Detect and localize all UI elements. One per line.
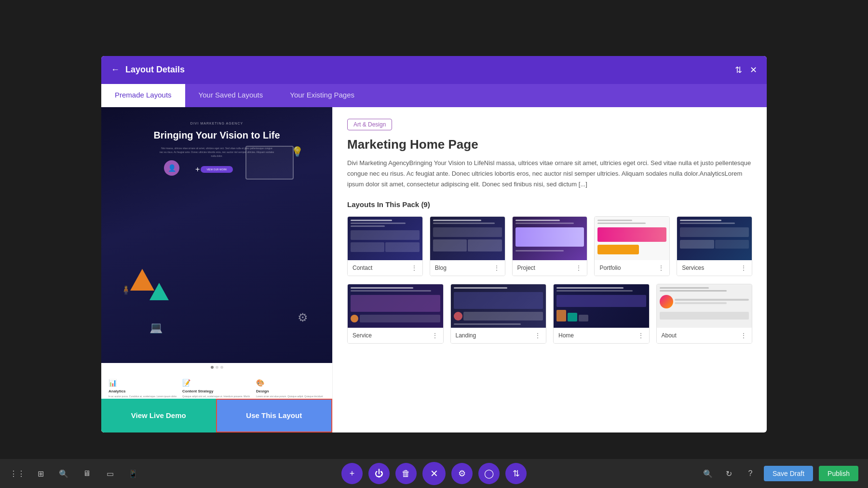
content-icon: 📝 (182, 379, 251, 387)
design-icon: 🎨 (256, 379, 325, 387)
tab-saved[interactable]: Your Saved Layouts (185, 84, 277, 107)
toolbar-refresh-icon[interactable]: ↻ (721, 466, 737, 481)
card-footer-project: Project ⋮ (513, 260, 587, 276)
deco-laptop: 💻 (149, 321, 163, 334)
pack-label: Layouts In This Pack (9) (347, 200, 752, 209)
hero-desc: Nisi massa, ultrices vitae ornare sit am… (159, 146, 275, 158)
card-menu-blog[interactable]: ⋮ (493, 264, 500, 272)
card-footer-landing: Landing ⋮ (451, 328, 546, 343)
preview-features: 📊 Analytics In ac auctor purus. Curabitu… (101, 372, 332, 399)
design-title: Design (256, 389, 325, 393)
analytics-desc: In ac auctor purus. Curabitur at, sceler… (108, 395, 177, 399)
toolbar-dots-icon[interactable]: ⋮⋮ (10, 466, 25, 481)
preview-hero-content: DIVI MARKETING AGENCY Bringing Your Visi… (101, 107, 332, 188)
modal-body: DIVI MARKETING AGENCY Bringing Your Visi… (101, 107, 767, 432)
right-panel: Art & Design Marketing Home Page Divi Ma… (333, 107, 767, 432)
feature-content: 📝 Content Strategy Quisque adipit sint v… (182, 379, 251, 399)
card-name-about: About (662, 332, 677, 339)
save-draft-button[interactable]: Save Draft (764, 466, 813, 481)
card-menu-contact[interactable]: ⋮ (411, 264, 418, 272)
card-name-home: Home (558, 332, 574, 339)
card-thumb-home (554, 284, 649, 328)
carousel-dots (101, 363, 332, 372)
card-thumb-portfolio (595, 217, 669, 260)
toolbar-search-icon[interactable]: 🔍 (56, 466, 71, 481)
layout-card-service[interactable]: Service ⋮ (347, 284, 444, 344)
card-menu-about[interactable]: ⋮ (740, 332, 747, 339)
layout-card-project[interactable]: Project ⋮ (512, 216, 588, 276)
toolbar-desktop-icon[interactable]: 🖥 (79, 466, 95, 481)
left-panel: DIVI MARKETING AGENCY Bringing Your Visi… (101, 107, 333, 432)
card-name-contact: Contact (353, 265, 372, 271)
carousel-dot-3[interactable] (220, 366, 223, 369)
toolbar-tablet-icon[interactable]: ▭ (102, 466, 118, 481)
card-thumb-service (348, 284, 443, 328)
card-name-project: Project (517, 265, 535, 271)
layout-card-portfolio[interactable]: Portfolio ⋮ (594, 216, 670, 276)
tab-existing[interactable]: Your Existing Pages (276, 84, 368, 107)
publish-button[interactable]: Publish (819, 466, 858, 481)
category-badge: Art & Design (347, 119, 392, 130)
toolbar-add-button[interactable]: + (341, 463, 363, 484)
card-footer-about: About ⋮ (657, 328, 752, 343)
toolbar-mobile-icon[interactable]: 📱 (125, 466, 141, 481)
card-footer-blog: Blog ⋮ (430, 260, 505, 276)
card-footer-home: Home ⋮ (554, 328, 649, 343)
view-live-demo-button[interactable]: View Live Demo (101, 399, 216, 432)
toolbar-left: ⋮⋮ ⊞ 🔍 🖥 ▭ 📱 (10, 466, 141, 481)
content-title: Content Strategy (182, 389, 251, 393)
carousel-dot-1[interactable] (211, 366, 214, 369)
card-thumb-landing (451, 284, 546, 328)
card-name-portfolio: Portfolio (599, 265, 621, 271)
layout-card-about[interactable]: About ⋮ (656, 284, 753, 344)
card-footer-service: Service ⋮ (348, 328, 443, 343)
modal-tabs: Premade Layouts Your Saved Layouts Your … (101, 84, 767, 107)
card-thumb-contact (348, 217, 422, 260)
card-thumb-project (513, 217, 587, 260)
layout-card-landing[interactable]: Landing ⋮ (450, 284, 547, 344)
back-button[interactable]: ← (111, 65, 120, 75)
design-desc: Lorem orner sist alue porum. Quisque adi… (256, 395, 325, 399)
layout-card-services[interactable]: Services ⋮ (677, 216, 752, 276)
preview-area: DIVI MARKETING AGENCY Bringing Your Visi… (101, 107, 332, 399)
deco-gear: ⚙ (298, 311, 308, 324)
layout-desc: Divi Marketing AgencyBringing Your Visio… (347, 158, 752, 190)
layout-card-contact[interactable]: Contact ⋮ (347, 216, 423, 276)
card-thumb-services (677, 217, 752, 260)
card-menu-service[interactable]: ⋮ (432, 332, 438, 339)
card-thumb-about (657, 284, 752, 328)
card-footer-services: Services ⋮ (677, 260, 752, 276)
toolbar-center: + ⏻ 🗑 ✕ ⚙ ◯ ⇅ (341, 462, 527, 485)
layout-card-blog[interactable]: Blog ⋮ (430, 216, 505, 276)
header-icons: ⇅ ✕ (735, 65, 757, 75)
hero-title: Bringing Your Vision to Life (111, 129, 323, 141)
carousel-dot-2[interactable] (216, 366, 218, 369)
card-menu-services[interactable]: ⋮ (740, 264, 747, 272)
toolbar-trash-button[interactable]: 🗑 (395, 463, 417, 484)
card-footer-contact: Contact ⋮ (348, 260, 422, 276)
modal-overlay: ← Layout Details ⇅ ✕ Premade Layouts You… (0, 0, 868, 488)
preview-hero-image: DIVI MARKETING AGENCY Bringing Your Visi… (101, 107, 332, 363)
toolbar-layout-button[interactable]: ⇅ (505, 463, 527, 484)
layout-card-home[interactable]: Home ⋮ (553, 284, 650, 344)
card-menu-landing[interactable]: ⋮ (534, 332, 541, 339)
card-menu-portfolio[interactable]: ⋮ (658, 264, 665, 272)
toolbar-history-button[interactable]: ◯ (478, 463, 500, 484)
tab-premade[interactable]: Premade Layouts (101, 84, 185, 107)
close-icon[interactable]: ✕ (750, 65, 757, 75)
toolbar-grid-icon[interactable]: ⊞ (33, 466, 48, 481)
preview-cta-btn: VIEW OUR WORK (201, 166, 232, 173)
layout-details-modal: ← Layout Details ⇅ ✕ Premade Layouts You… (101, 56, 767, 432)
toolbar-power-button[interactable]: ⏻ (368, 463, 390, 484)
toolbar-close-button[interactable]: ✕ (422, 462, 446, 485)
settings-icon[interactable]: ⇅ (735, 65, 742, 75)
card-menu-project[interactable]: ⋮ (575, 264, 582, 272)
card-menu-home[interactable]: ⋮ (637, 332, 644, 339)
modal-title: Layout Details (125, 65, 735, 75)
toolbar-settings-button[interactable]: ⚙ (451, 463, 473, 484)
use-layout-button[interactable]: Use This Layout (216, 399, 333, 432)
toolbar-search-right-icon[interactable]: 🔍 (700, 466, 716, 481)
analytics-icon: 📊 (108, 379, 177, 387)
agency-label: DIVI MARKETING AGENCY (111, 122, 323, 125)
toolbar-help-icon[interactable]: ? (743, 466, 758, 481)
